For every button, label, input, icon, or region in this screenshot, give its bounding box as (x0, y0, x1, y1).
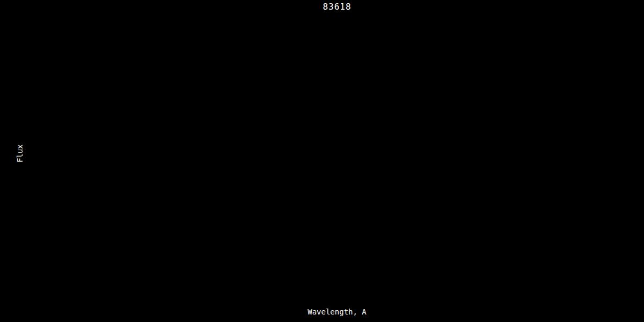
spectrum-figure: 83618 Flux Wavelength, A (0, 0, 644, 322)
spectrum-plot-canvas (0, 0, 644, 322)
